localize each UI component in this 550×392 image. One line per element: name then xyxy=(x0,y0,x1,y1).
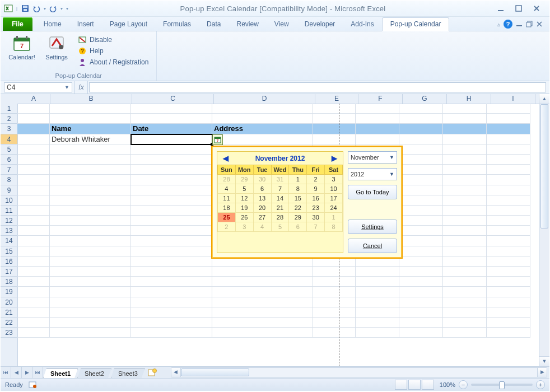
cell[interactable] xyxy=(131,185,212,195)
column-header[interactable]: I xyxy=(491,94,535,104)
column-header[interactable]: E xyxy=(315,94,358,104)
minimize-icon[interactable] xyxy=(497,4,505,12)
workbook-minimize-icon[interactable] xyxy=(516,21,523,27)
cell[interactable] xyxy=(443,155,487,165)
horizontal-scrollbar[interactable]: ◀ ▶ xyxy=(171,367,547,377)
calendar-day[interactable]: 27 xyxy=(253,213,271,222)
cell[interactable] xyxy=(356,124,399,134)
cell[interactable] xyxy=(17,114,50,124)
cell[interactable] xyxy=(399,256,443,267)
about-button[interactable]: About / Registration xyxy=(76,57,151,67)
cell[interactable] xyxy=(131,155,212,165)
cell[interactable] xyxy=(399,267,443,277)
calendar-day[interactable]: 8 xyxy=(289,184,307,194)
dropdown-icon[interactable]: ▼ xyxy=(64,85,69,90)
cell[interactable] xyxy=(313,267,356,277)
cell[interactable] xyxy=(399,287,443,297)
cell[interactable] xyxy=(212,114,313,124)
cell[interactable] xyxy=(131,267,212,277)
cell[interactable] xyxy=(131,165,212,175)
cell[interactable] xyxy=(50,236,131,246)
cell[interactable] xyxy=(17,124,50,134)
tab-data[interactable]: Data xyxy=(199,18,229,31)
calendar-day[interactable]: 1 xyxy=(289,175,307,184)
cell[interactable] xyxy=(443,256,487,267)
workbook-close-icon[interactable] xyxy=(536,21,543,27)
cell[interactable] xyxy=(131,134,212,144)
row-header[interactable]: 13 xyxy=(1,226,17,236)
cell[interactable] xyxy=(443,134,487,144)
calendar-day[interactable]: 15 xyxy=(289,194,307,203)
cell[interactable] xyxy=(487,185,530,195)
cell[interactable] xyxy=(443,226,487,236)
calendar-day[interactable]: 4 xyxy=(218,184,236,194)
row-header[interactable]: 1 xyxy=(1,104,17,114)
cell[interactable] xyxy=(17,328,50,338)
sheet-last-icon[interactable]: ⏭ xyxy=(32,367,43,378)
column-header[interactable]: D xyxy=(214,94,315,104)
row-header[interactable]: 23 xyxy=(1,328,17,338)
cell[interactable] xyxy=(443,144,487,155)
cell[interactable] xyxy=(131,195,212,206)
cell[interactable] xyxy=(443,216,487,226)
cell[interactable] xyxy=(487,267,530,277)
cell[interactable] xyxy=(487,226,530,236)
cell[interactable] xyxy=(17,185,50,195)
cell[interactable] xyxy=(131,297,212,307)
disable-button[interactable]: Disable xyxy=(76,35,151,45)
cell[interactable] xyxy=(50,185,131,195)
calendar-day[interactable]: 11 xyxy=(218,194,236,203)
tab-formulas[interactable]: Formulas xyxy=(155,18,199,31)
cell[interactable] xyxy=(356,114,399,124)
calendar-day[interactable]: 1 xyxy=(325,213,343,222)
sheet-prev-icon[interactable]: ◀ xyxy=(11,367,22,378)
cell[interactable] xyxy=(487,318,530,328)
tab-add-ins[interactable]: Add-Ins xyxy=(343,18,381,31)
cell[interactable] xyxy=(131,206,212,216)
row-header[interactable]: 19 xyxy=(1,287,17,297)
cell[interactable]: Name xyxy=(50,124,131,134)
next-month-icon[interactable]: ▶ xyxy=(329,154,339,162)
cell[interactable] xyxy=(443,124,487,134)
cell[interactable] xyxy=(212,307,313,318)
column-header[interactable]: F xyxy=(358,94,403,104)
column-header[interactable]: G xyxy=(403,94,447,104)
cell[interactable] xyxy=(131,287,212,297)
cell[interactable] xyxy=(131,256,212,267)
macro-record-icon[interactable] xyxy=(29,381,38,389)
calendar-day[interactable]: 10 xyxy=(325,184,343,194)
dropdown-icon[interactable]: ▾ xyxy=(60,6,63,11)
cell[interactable] xyxy=(487,124,530,134)
calendar-day[interactable]: 29 xyxy=(235,175,253,184)
cell[interactable] xyxy=(399,134,443,144)
cell[interactable] xyxy=(443,104,487,114)
fx-icon[interactable]: fx xyxy=(74,81,88,94)
row-header[interactable]: 2 xyxy=(1,114,17,124)
cell[interactable] xyxy=(443,318,487,328)
go-to-today-button[interactable]: Go to Today xyxy=(348,185,397,199)
cell[interactable] xyxy=(487,104,530,114)
cell[interactable] xyxy=(131,307,212,318)
cell[interactable] xyxy=(487,175,530,185)
cell[interactable] xyxy=(356,104,399,114)
cell[interactable] xyxy=(399,246,443,256)
help-icon[interactable]: ? xyxy=(504,20,512,29)
tab-developer[interactable]: Developer xyxy=(297,18,343,31)
cell[interactable] xyxy=(399,185,443,195)
calendar-day[interactable]: 30 xyxy=(253,175,271,184)
calendar-day[interactable]: 14 xyxy=(271,194,289,203)
calendar-day[interactable]: 18 xyxy=(218,203,236,213)
cell[interactable] xyxy=(443,206,487,216)
calendar-day[interactable]: 22 xyxy=(289,203,307,213)
column-header[interactable]: C xyxy=(132,94,214,104)
calendar-day[interactable]: 9 xyxy=(307,184,325,194)
cell[interactable] xyxy=(313,307,356,318)
column-header[interactable]: B xyxy=(50,94,132,104)
cell[interactable] xyxy=(212,277,313,287)
dropdown-icon[interactable]: ▾ xyxy=(43,6,46,11)
cell[interactable] xyxy=(50,277,131,287)
cell[interactable] xyxy=(17,256,50,267)
cell[interactable] xyxy=(356,134,399,144)
calendar-day[interactable]: 8 xyxy=(325,222,343,232)
vertical-scrollbar[interactable]: ▲ ▼ xyxy=(539,94,549,366)
